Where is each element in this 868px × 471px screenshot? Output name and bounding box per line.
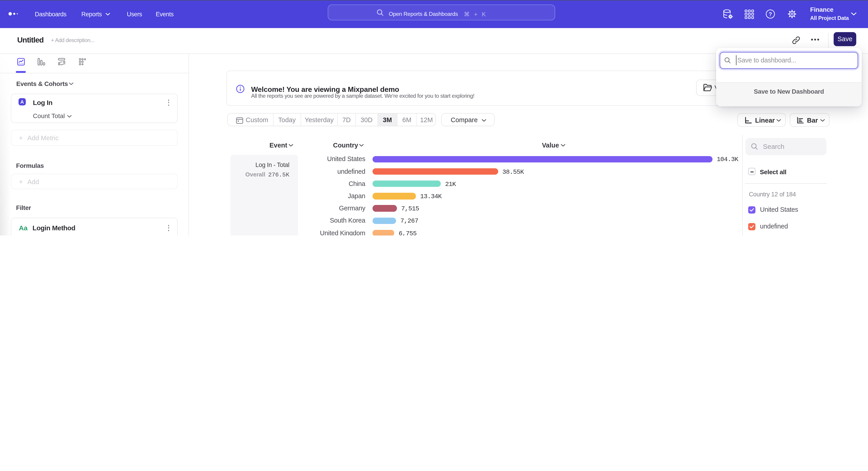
- svg-text:?: ?: [769, 11, 772, 17]
